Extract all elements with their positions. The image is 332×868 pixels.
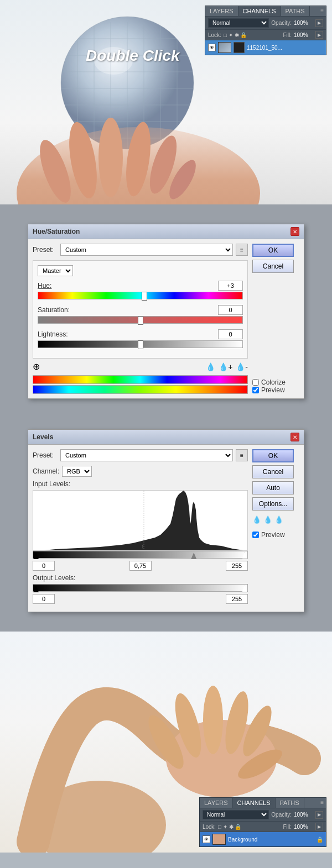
output-slider[interactable] <box>33 584 248 592</box>
preview-checkbox-levels[interactable] <box>252 532 259 538</box>
lightness-label: Lightness: <box>38 330 68 338</box>
preview-checkbox-hue[interactable] <box>252 387 259 393</box>
layer-name-bottom: Background <box>228 837 314 843</box>
fill-value-bottom: 100% <box>294 824 313 830</box>
preset-select-levels[interactable]: Custom <box>60 449 233 461</box>
hue-cancel-button[interactable]: Cancel <box>252 260 294 273</box>
saturation-label: Saturation: <box>38 306 70 314</box>
layer-row-background[interactable]: 👁 Background 🔒 <box>200 832 326 846</box>
eyedropper-add[interactable]: 💧+ <box>219 362 232 371</box>
fill-arrow[interactable]: ▶ <box>315 31 323 39</box>
colorize-row: Colorize <box>252 378 299 386</box>
opacity-label: Opacity: <box>271 20 292 26</box>
input-mid-box[interactable]: 0,75 <box>129 561 152 571</box>
panel-menu-icon-bottom[interactable]: ≡ <box>318 798 326 808</box>
blend-mode-select-bottom[interactable]: Normal <box>203 810 269 819</box>
tab-layers-bottom[interactable]: LAYERS <box>200 798 233 808</box>
input-black-point[interactable] <box>33 553 39 559</box>
gap-2 <box>0 410 332 418</box>
opacity-arrow-bottom[interactable]: ▶ <box>315 811 323 819</box>
layer-name-top: 1152101_50... <box>247 45 323 51</box>
preset-menu-btn-hue[interactable]: ≡ <box>236 244 248 256</box>
tab-channels-bottom[interactable]: CHANNELS <box>233 798 276 808</box>
tab-layers-top[interactable]: LAYERS <box>205 6 238 16</box>
opacity-label-bottom: Opacity: <box>271 812 292 818</box>
layer-eye-bottom[interactable]: 👁 <box>203 835 210 843</box>
preset-row-hue: Preset: Custom ≡ <box>33 244 248 256</box>
levels-titlebar: Levels ✕ <box>28 430 304 445</box>
input-max-box[interactable]: 255 <box>226 561 248 571</box>
eyedropper-group: 💧 💧+ 💧- <box>206 362 248 371</box>
lock-icons: □ ✦ ✱ 🔒 <box>224 32 247 38</box>
hue-saturation-close[interactable]: ✕ <box>290 227 299 236</box>
output-white-point[interactable] <box>242 586 247 592</box>
input-levels-section: Input Levels: <box>33 480 248 571</box>
lightness-slider-track[interactable] <box>38 340 243 348</box>
saturation-slider-track[interactable] <box>38 316 243 324</box>
levels-eyedropper-black[interactable]: 💧 <box>252 515 261 524</box>
levels-ok-button[interactable]: OK <box>252 449 294 462</box>
saturation-value-box[interactable]: 0 <box>218 305 243 315</box>
levels-eyedropper-gray[interactable]: 💧 <box>263 515 272 524</box>
hue-ok-button[interactable]: OK <box>252 244 294 257</box>
tab-paths-bottom[interactable]: PATHS <box>276 798 304 808</box>
layer-row-top[interactable]: 👁 1152101_50... <box>205 40 326 55</box>
levels-right: OK Cancel Auto Options... 💧 💧 💧 Preview <box>252 449 299 607</box>
lock-row-bottom: Lock: □ ✦ ✱ 🔒 Fill: 100% ▶ <box>200 822 326 832</box>
master-select[interactable]: Master <box>38 265 73 276</box>
hue-slider-track[interactable] <box>38 292 243 299</box>
hue-controls-box: Master Hue: +3 <box>33 260 248 359</box>
opacity-arrow[interactable]: ▶ <box>315 19 323 27</box>
channel-select[interactable]: RGB <box>62 466 92 477</box>
eyedropper-sample[interactable]: 💧 <box>206 362 215 371</box>
svg-marker-25 <box>33 491 247 550</box>
output-max-box[interactable]: 255 <box>226 594 248 604</box>
lock-icons-bottom: □ ✦ ✱ 🔒 <box>218 824 241 830</box>
tab-channels-top[interactable]: CHANNELS <box>238 6 281 16</box>
eyedropper-subtract[interactable]: 💧- <box>236 362 248 371</box>
levels-eyedroppers: 💧 💧 💧 <box>252 515 299 524</box>
preset-menu-btn-levels[interactable]: ≡ <box>236 449 248 461</box>
levels-options-button[interactable]: Options... <box>252 497 294 511</box>
lightness-slider-thumb[interactable] <box>138 340 143 349</box>
panel-menu-icon[interactable]: ≡ <box>318 6 326 16</box>
levels-cancel-button[interactable]: Cancel <box>252 465 294 478</box>
saturation-slider-row: Saturation: 0 <box>38 305 243 324</box>
preset-select-hue[interactable]: Custom <box>60 244 233 256</box>
opacity-value: 100% <box>294 20 313 26</box>
picker-icon[interactable]: ⊕ <box>33 361 40 372</box>
input-white-point[interactable] <box>242 553 247 559</box>
output-min-box[interactable]: 0 <box>33 594 55 604</box>
tab-paths-top[interactable]: PATHS <box>281 6 310 16</box>
fill-arrow-bottom[interactable]: ▶ <box>315 823 323 830</box>
histogram-svg <box>33 491 247 550</box>
gap-1 <box>0 204 332 213</box>
channel-row: Channel: RGB <box>33 466 248 477</box>
hue-saturation-dialog: Hue/Saturation ✕ Preset: Custom ≡ <box>28 224 304 399</box>
colorize-checkbox[interactable] <box>252 379 259 386</box>
colorize-label: Colorize <box>261 378 286 386</box>
output-black-point[interactable] <box>33 586 39 592</box>
lock-icon-bottom: 🔒 <box>317 837 323 843</box>
preset-label-hue: Preset: <box>33 246 58 254</box>
dialog-wrapper-hue: Hue/Saturation ✕ Preset: Custom ≡ <box>0 213 332 410</box>
input-mid-point[interactable] <box>191 553 196 559</box>
layer-visibility-eye[interactable]: 👁 <box>208 44 216 51</box>
layer-thumb-bottom <box>212 834 226 845</box>
eyedropper-area: ⊕ 💧 💧+ 💧- <box>33 361 248 372</box>
lightness-value-box[interactable]: 0 <box>218 329 243 339</box>
levels-left: Preset: Custom ≡ Channel: RGB Input Leve… <box>33 449 248 607</box>
preview-row-hue: Preview <box>252 386 299 394</box>
levels-auto-button[interactable]: Auto <box>252 481 294 495</box>
levels-dialog: Levels ✕ Preset: Custom ≡ Channel: RGB <box>28 429 304 612</box>
hue-slider-thumb[interactable] <box>142 292 147 301</box>
opacity-value-bottom: 100% <box>294 812 313 818</box>
input-min-box[interactable]: 0 <box>33 561 55 571</box>
input-slider[interactable] <box>33 551 248 559</box>
levels-close[interactable]: ✕ <box>290 433 299 441</box>
lightness-label-row: Lightness: 0 <box>38 329 243 339</box>
saturation-slider-thumb[interactable] <box>138 316 143 325</box>
levels-eyedropper-white[interactable]: 💧 <box>274 515 283 524</box>
blend-mode-select[interactable]: Normal <box>208 18 269 28</box>
hue-value-box[interactable]: +3 <box>218 281 243 291</box>
